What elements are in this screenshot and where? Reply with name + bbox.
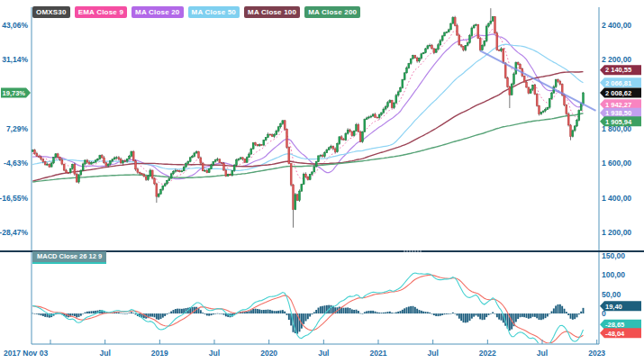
pct-axis-label: 31,14% xyxy=(2,55,28,64)
svg-text:2 008,62: 2 008,62 xyxy=(605,89,631,97)
macd-pane[interactable] xyxy=(32,273,584,347)
price-badge: 2 008,62 xyxy=(600,87,641,97)
legend-badge-ema-9[interactable]: EMA Close 9 xyxy=(75,6,127,18)
price-axis-label: 2 400,00 xyxy=(602,21,631,30)
svg-text:-48,04: -48,04 xyxy=(605,330,625,338)
legend-badge-ma-50[interactable]: MA Close 50 xyxy=(188,6,240,18)
legend-badge-omxs30[interactable]: OMXS30 xyxy=(32,6,70,18)
pct-axis-label: -28,47% xyxy=(0,228,28,237)
chart-window: OMXS30 EMA Close 9 MA Close 20 MA Close … xyxy=(0,0,644,363)
price-axis-label: 1 200,00 xyxy=(602,228,631,237)
macd-badge: -48,04 xyxy=(600,328,641,338)
price-badge: 1 938,50 xyxy=(600,108,641,118)
macd-axis-label: 100,00 xyxy=(602,270,625,279)
x-axis-label: 2023 xyxy=(588,349,605,358)
x-axis-label: Jul xyxy=(537,349,548,358)
price-pane[interactable] xyxy=(32,3,599,250)
macd-badge: 19,40 xyxy=(600,301,641,311)
pct-axis-label: 7,29% xyxy=(6,124,29,133)
svg-text:1 905,94: 1 905,94 xyxy=(605,118,632,126)
svg-text:19,40: 19,40 xyxy=(605,303,622,311)
x-axis-label: 2019 xyxy=(151,349,168,358)
x-axis-start-label: 2017 Nov 03 xyxy=(4,349,48,358)
macd-legend-badge[interactable]: MACD Close 26 12 9 xyxy=(32,251,106,264)
macd-badge: -28,65 xyxy=(600,320,641,330)
x-axis-label: 2020 xyxy=(260,349,277,358)
price-axis-label: 1 400,00 xyxy=(602,194,631,203)
pct-axis-label: -16,55% xyxy=(0,194,28,203)
macd-legend-label: MACD Close 26 12 9 xyxy=(37,252,102,260)
price-pane-legend: OMXS30 EMA Close 9 MA Close 20 MA Close … xyxy=(32,6,360,18)
macd-axis-label: 150,00 xyxy=(602,251,625,260)
price-badge: 2 140,55 xyxy=(600,65,641,75)
x-axis-label: Jul xyxy=(209,349,220,358)
macd-line xyxy=(32,273,583,347)
price-badge: 1 905,94 xyxy=(600,116,641,126)
x-axis-label: Jul xyxy=(428,349,439,358)
chart-canvas[interactable]: Jul2019Jul2020Jul2021Jul2022Jul20232017 … xyxy=(0,0,644,363)
price-axis-label: 1 600,00 xyxy=(602,159,631,168)
price-badge: 2 066,81 xyxy=(600,77,641,87)
svg-text:19,73%: 19,73% xyxy=(3,89,26,97)
pct-change-badge: 19,73% xyxy=(1,87,31,97)
legend-badge-ma-100[interactable]: MA Close 100 xyxy=(244,6,300,18)
price-badge: 1 942,27 xyxy=(600,99,641,109)
legend-badge-ma-20[interactable]: MA Close 20 xyxy=(132,6,183,18)
macd-axis-label: 50,00 xyxy=(602,290,621,299)
legend-badge-ma-200[interactable]: MA Close 200 xyxy=(304,6,360,18)
svg-text:2 066,81: 2 066,81 xyxy=(605,79,631,87)
svg-text:2 140,55: 2 140,55 xyxy=(605,66,631,74)
x-axis-label: 2021 xyxy=(370,349,387,358)
x-axis-label: Jul xyxy=(318,349,329,358)
x-axis-label: Jul xyxy=(100,349,111,358)
svg-text:-28,65: -28,65 xyxy=(605,321,624,329)
x-axis-label: 2022 xyxy=(479,349,496,358)
pct-axis-label: -4,63% xyxy=(4,159,28,168)
price-axis-label: 2 200,00 xyxy=(602,55,631,64)
svg-text:1 938,50: 1 938,50 xyxy=(605,109,631,117)
pct-axis-label: 43,06% xyxy=(2,21,28,30)
svg-text:1 942,27: 1 942,27 xyxy=(605,101,631,109)
